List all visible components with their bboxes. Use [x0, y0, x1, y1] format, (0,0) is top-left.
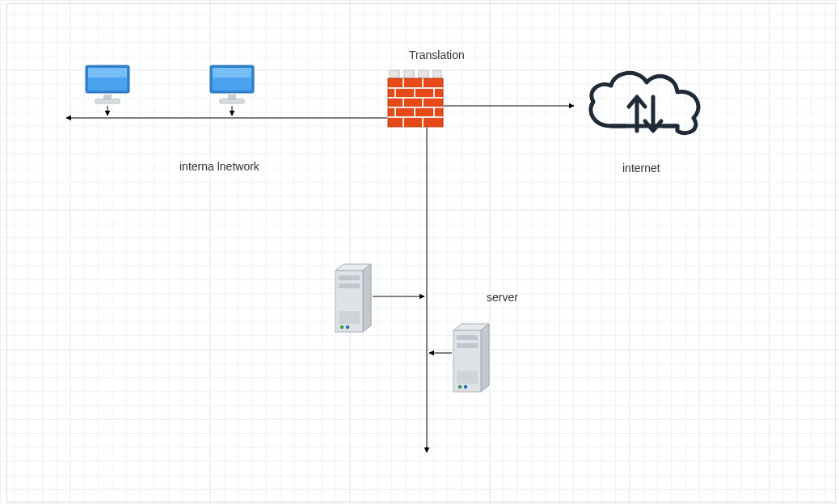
- svg-rect-14: [388, 78, 443, 127]
- svg-marker-36: [363, 264, 371, 332]
- svg-rect-47: [457, 343, 478, 348]
- svg-rect-8: [228, 94, 236, 99]
- svg-point-41: [340, 326, 344, 329]
- svg-point-42: [346, 326, 349, 329]
- server-icon: [334, 262, 373, 338]
- svg-rect-46: [457, 335, 478, 340]
- svg-rect-7: [213, 68, 251, 78]
- svg-point-49: [458, 385, 462, 388]
- server-icon: [452, 322, 491, 397]
- svg-rect-4: [95, 99, 120, 103]
- label-internal-network: interna lnetwork: [179, 160, 259, 173]
- label-translation: Translation: [409, 48, 465, 61]
- monitor-icon: [209, 64, 255, 108]
- svg-rect-38: [339, 275, 360, 280]
- svg-rect-11: [404, 70, 414, 78]
- svg-rect-13: [433, 70, 441, 78]
- svg-rect-48: [457, 371, 478, 384]
- svg-rect-12: [419, 70, 428, 78]
- label-internet: internet: [622, 162, 660, 174]
- svg-rect-40: [339, 311, 360, 324]
- svg-marker-44: [481, 324, 489, 392]
- diagram-canvas: Translation interna lnetwork internet se…: [0, 0, 839, 504]
- firewall-icon: [387, 69, 444, 130]
- svg-point-50: [464, 385, 467, 388]
- svg-rect-3: [103, 94, 112, 99]
- svg-rect-2: [88, 68, 127, 78]
- svg-rect-39: [339, 284, 360, 288]
- svg-rect-10: [390, 70, 399, 78]
- cloud-icon: [579, 63, 708, 146]
- svg-rect-9: [220, 99, 244, 103]
- monitor-icon: [84, 64, 131, 108]
- label-server: server: [487, 291, 518, 304]
